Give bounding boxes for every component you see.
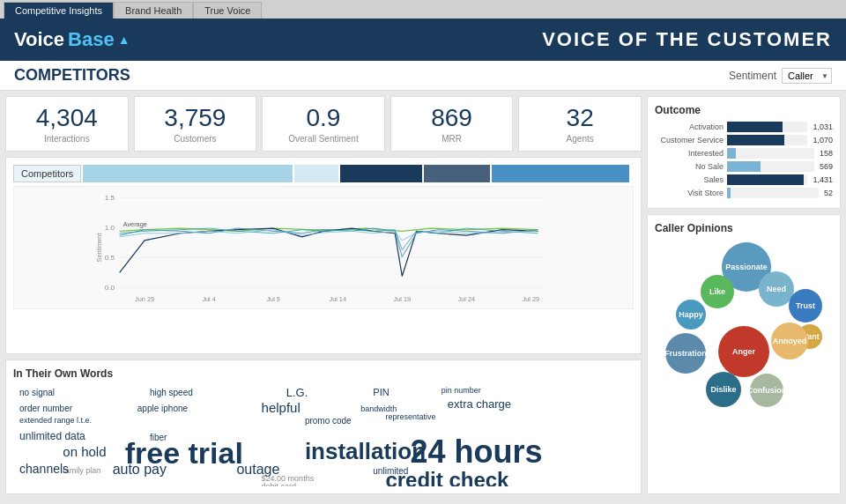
word-no-signal: no signal (19, 388, 55, 397)
header-title: VOICE OF THE CUSTOMER (542, 28, 832, 51)
outcome-row-interested: Interested 158 (655, 148, 833, 159)
kpi-agents-value: 32 (530, 104, 630, 132)
tab-competitive-insights[interactable]: Competitive Insights (4, 2, 114, 19)
outcome-bar-no-sale (727, 161, 761, 172)
outcome-label-customer-service: Customer Service (655, 136, 724, 145)
bubble-trust: Trust (789, 289, 822, 322)
kpi-row: 4,304 Interactions 3,759 Customers 0.9 O… (5, 96, 642, 152)
caller-opinions-card: Caller Opinions Passionate Like Need Hap… (647, 214, 841, 494)
svg-text:Sentiment: Sentiment (95, 233, 103, 263)
outcome-bar-wrap-no-sale (727, 161, 814, 172)
outcome-card: Outcome Activation 1,031 Customer Servic… (647, 96, 841, 209)
header: VoiceBase ▲ VOICE OF THE CUSTOMER (0, 19, 846, 61)
svg-text:1.0: 1.0 (105, 224, 115, 232)
chart-seg-2 (294, 165, 338, 182)
word-cloud: no signal high speed L.G. PIN pin number… (13, 385, 634, 486)
bubble-frustration: Frustration (665, 333, 706, 374)
line-chart-svg: 1.5 1.0 0.5 0.0 Sentiment Average Jun 29… (13, 186, 634, 309)
word-debit-card: debit card (262, 482, 297, 486)
chart-seg-1 (83, 165, 292, 182)
outcome-title: Outcome (655, 104, 833, 116)
bubble-confusion: Confusion (750, 374, 783, 407)
sentiment-select-wrap[interactable]: Caller Agent (782, 68, 832, 84)
logo-voice: Voice (14, 28, 64, 51)
word-cloud-title: In Their Own Words (13, 367, 634, 380)
outcome-val-interested: 158 (820, 149, 833, 158)
logo-base: Base (68, 28, 115, 51)
kpi-sentiment-value: 0.9 (273, 104, 374, 132)
svg-text:Average: Average (123, 220, 147, 228)
chart-header: Competitors (13, 165, 634, 182)
word-helpful: helpful (262, 400, 301, 415)
outcome-bar-wrap-customer-service (727, 135, 807, 145)
sentiment-control: Sentiment Caller Agent (729, 68, 832, 84)
outcome-val-no-sale: 569 (820, 162, 833, 171)
tab-brand-health[interactable]: Brand Health (114, 2, 193, 19)
kpi-customers-label: Customers (145, 134, 246, 144)
word-unlimited-data: unlimited data (19, 430, 85, 442)
kpi-customers-value: 3,759 (145, 104, 246, 132)
sentiment-label: Sentiment (729, 70, 776, 82)
chart-seg-3 (340, 165, 423, 182)
svg-text:Jul 24: Jul 24 (458, 295, 475, 303)
word-promo-code: promo code (305, 416, 352, 426)
outcome-row-customer-service: Customer Service 1,070 (655, 135, 833, 145)
word-apple-iphone: apple iphone (137, 404, 188, 413)
outcome-bar-wrap-activation (727, 122, 807, 132)
kpi-mrr-value: 869 (402, 104, 502, 132)
logo: VoiceBase ▲ (14, 28, 130, 51)
svg-text:0.0: 0.0 (105, 284, 115, 292)
word-credit-check: credit check (385, 468, 508, 486)
outcome-val-sales: 1,431 (813, 175, 833, 184)
svg-text:Jul 14: Jul 14 (329, 295, 345, 303)
main-content: 4,304 Interactions 3,759 Customers 0.9 O… (0, 91, 846, 500)
outcome-label-activation: Activation (655, 122, 724, 131)
page-title: COMPETITORS (14, 66, 130, 85)
outcome-row-no-sale: No Sale 569 (655, 161, 833, 172)
word-auto-pay: auto pay (113, 462, 167, 478)
word-24-hours: 24 hours (411, 434, 543, 471)
chart-bar-strip (83, 165, 634, 182)
word-pin-number: pin number (442, 386, 481, 395)
header-title-bold: CUSTOMER (708, 28, 833, 50)
outcome-val-customer-service: 1,070 (813, 136, 833, 145)
tab-true-voice[interactable]: True Voice (193, 2, 262, 19)
svg-text:Jul 29: Jul 29 (523, 295, 539, 303)
kpi-agents-label: Agents (530, 134, 630, 144)
competitors-bar: COMPETITORS Sentiment Caller Agent (0, 61, 846, 91)
outcome-row-activation: Activation 1,031 (655, 122, 833, 132)
caller-opinions-title: Caller Opinions (655, 222, 833, 234)
chart-seg-5 (492, 165, 629, 182)
outcome-bar-activation (727, 122, 783, 132)
outcome-row-sales: Sales 1,431 (655, 174, 833, 185)
outcome-label-no-sale: No Sale (655, 162, 724, 171)
word-extended-range: extended range l.t.e. (19, 416, 92, 425)
sentiment-select[interactable]: Caller Agent (782, 68, 832, 84)
outcome-bar-wrap-interested (727, 148, 814, 159)
bubble-annoyed: Annoyed (771, 322, 808, 359)
bubble-dislike: Dislike (706, 372, 741, 407)
header-title-normal: VOICE OF THE (542, 28, 707, 50)
kpi-mrr-label: MRR (402, 134, 502, 144)
word-lg: L.G. (286, 386, 308, 399)
svg-text:1.5: 1.5 (105, 194, 115, 202)
kpi-mrr: 869 MRR (390, 96, 514, 152)
outcome-bar-sales (727, 174, 804, 185)
outcome-bar-wrap-sales (727, 174, 807, 185)
outcome-val-activation: 1,031 (813, 122, 833, 131)
kpi-interactions-value: 4,304 (17, 104, 117, 132)
outcome-bar-visit-store (727, 188, 731, 198)
word-pin: PIN (373, 387, 389, 397)
outcome-bar-customer-service (727, 135, 784, 145)
word-cloud-area: In Their Own Words no signal high speed … (5, 359, 642, 494)
outcome-row-visit-store: Visit Store 52 (655, 188, 833, 198)
svg-text:Jul 19: Jul 19 (394, 295, 411, 303)
outcome-val-visit-store: 52 (824, 189, 833, 197)
word-order-number: order number (19, 404, 72, 413)
outcome-bar-wrap-visit-store (727, 188, 819, 198)
word-channels: channels (19, 462, 69, 476)
outcome-label-interested: Interested (655, 149, 724, 158)
outcome-bar-interested (727, 148, 736, 159)
bubbles-container: Passionate Like Need Happy Trust Want Fr… (655, 238, 833, 414)
logo-triangle: ▲ (118, 33, 130, 47)
